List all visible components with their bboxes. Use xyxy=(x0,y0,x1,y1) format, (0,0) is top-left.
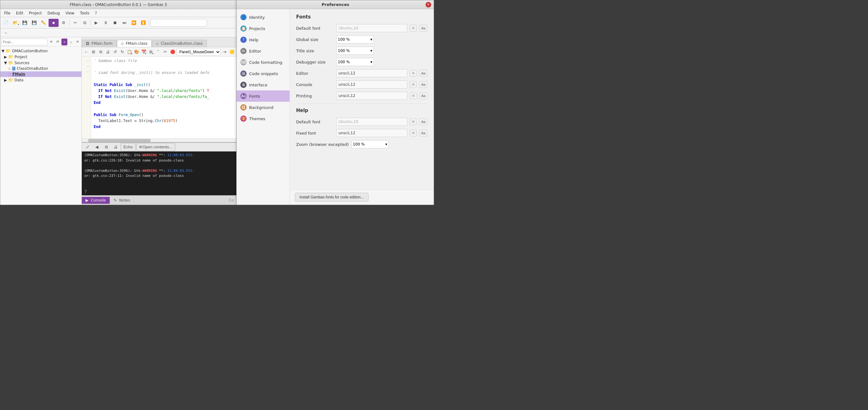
run-btn[interactable]: ■ xyxy=(49,19,59,27)
pause-btn[interactable]: ⏸ xyxy=(101,19,110,27)
tree-item-root[interactable]: ▼ 📁 OMACustomButton xyxy=(0,48,82,54)
console-back-btn[interactable]: ◀ xyxy=(92,143,101,151)
editor-color-btn[interactable]: 🎨 xyxy=(133,48,140,56)
cut-btn[interactable]: ✂ xyxy=(71,19,80,27)
clear-help-default-font-btn[interactable]: ✕ xyxy=(410,118,417,125)
tab-fmain-class[interactable]: ◇ FMain.class xyxy=(117,40,151,47)
prefs-nav-themes[interactable]: 🎨 Themes xyxy=(237,113,289,124)
clear-editor-font-btn[interactable]: ✕ xyxy=(410,70,417,77)
toolbar-separator-3 xyxy=(149,20,149,26)
code-content[interactable]: ' Gambas class file ' Load font during _… xyxy=(91,57,236,138)
editor-cut-btn[interactable]: ✂ xyxy=(162,48,168,56)
clear-default-font-btn[interactable]: ✕ xyxy=(410,25,417,32)
copy-btn[interactable]: ⧉ xyxy=(80,19,89,27)
editor-calendar-btn[interactable]: 📅▾ xyxy=(141,48,147,56)
prefs-nav-fonts[interactable]: Aa Fonts xyxy=(237,91,289,102)
tree-item-classomabutton[interactable]: ★ C ClassOmaButton xyxy=(0,66,82,71)
label-title-size: Title size xyxy=(296,48,334,53)
select-debugger-size[interactable]: 100 % ▾ xyxy=(336,58,374,66)
menu-edit[interactable]: Edit xyxy=(13,10,26,16)
prefs-nav-editor[interactable]: ✏ Editor xyxy=(237,45,289,57)
new-btn[interactable]: 📄 xyxy=(2,19,10,27)
install-fonts-btn[interactable]: Install Gambas fonts for code edition... xyxy=(295,193,369,202)
editor-grid-btn[interactable]: ⊞▾ xyxy=(148,48,154,56)
console-tab-notes[interactable]: ✎ Notes xyxy=(110,197,134,204)
tree-search-input[interactable] xyxy=(1,38,48,45)
menu-file[interactable]: File xyxy=(2,10,13,16)
menu-project[interactable]: Project xyxy=(26,10,44,16)
menu-help[interactable]: ? xyxy=(92,10,99,16)
tree-del-btn[interactable]: ✕ xyxy=(74,38,81,45)
console-tab-console[interactable]: ▶ Console xyxy=(82,197,110,204)
editor-copy-btn[interactable]: ⧉ xyxy=(97,48,104,56)
stop-btn[interactable]: ⏹ xyxy=(111,19,119,27)
clear-fixed-font-btn[interactable]: ✕ xyxy=(410,130,417,136)
tab-classomabutton[interactable]: ◇ ClassOmaButton.class xyxy=(152,40,207,47)
menu-tools[interactable]: Tools xyxy=(78,10,92,16)
tree-add-btn[interactable]: + xyxy=(61,38,67,45)
code-line-12: End xyxy=(94,124,234,130)
select-title-size[interactable]: 100 % ▾ xyxy=(336,47,374,55)
aa-fixed-font-btn[interactable]: Aa xyxy=(419,130,427,136)
open-btn[interactable]: 📂▾ xyxy=(11,19,20,27)
play-btn[interactable]: ▶ xyxy=(92,19,101,27)
echo-btn[interactable]: Echo xyxy=(121,143,136,151)
horizontal-scrollbar[interactable] xyxy=(82,138,236,142)
prefs-close-btn[interactable]: ✕ xyxy=(426,2,431,7)
editor-paste-btn[interactable]: 📋▾ xyxy=(126,48,133,56)
select-zoom[interactable]: 100 % ▾ xyxy=(351,140,389,148)
tree-item-fmain[interactable]: □ FMain xyxy=(0,71,82,77)
editor-new-btn[interactable]: ⊞ xyxy=(90,48,97,56)
console-expand-btn[interactable]: ⤢ xyxy=(83,143,92,151)
prefs-nav-codesnippets[interactable]: ⊞ Code snippets xyxy=(237,68,289,79)
editor-undo-btn[interactable]: ↺ xyxy=(112,48,119,56)
prefs-nav-interface[interactable]: 🖥 Interface xyxy=(237,79,289,91)
console-copy-btn[interactable]: ⧉ xyxy=(102,143,111,151)
step-out-btn[interactable]: ⏫ xyxy=(139,19,148,27)
expand-icon: ▼ xyxy=(2,49,4,53)
editor-align-btn[interactable]: ⇥ xyxy=(221,48,228,56)
aa-console-font-btn[interactable]: Aa xyxy=(419,81,427,88)
open-contents-btn[interactable]: ⊞ Open contents... xyxy=(136,143,175,151)
prefs-nav-codeformat[interactable]: ⌨ Code formatting xyxy=(237,57,289,68)
step-into-btn[interactable]: ⏩ xyxy=(129,19,138,27)
menu-view[interactable]: View xyxy=(63,10,77,16)
tree-home-btn[interactable]: ⌂ xyxy=(68,38,74,45)
search-input[interactable] xyxy=(150,19,207,27)
editor-redo-btn[interactable]: ↻ xyxy=(119,48,126,56)
aa-default-font-btn[interactable]: Aa xyxy=(419,25,427,32)
prefs-nav-identity[interactable]: 👤 Identity xyxy=(237,11,289,23)
tree-item-data[interactable]: ▶ 📁 Data xyxy=(0,77,82,83)
func-select[interactable]: Panel1_MouseDown xyxy=(177,48,221,56)
editor-print-btn[interactable]: 🖨 xyxy=(105,48,111,56)
clear-console-font-btn[interactable]: ✕ xyxy=(410,81,417,88)
console-print-btn[interactable]: 🖨 xyxy=(111,143,120,151)
settings-btn[interactable]: ⚙ xyxy=(59,19,68,27)
tree-refresh-btn[interactable]: ⟳ xyxy=(55,38,61,45)
prefs-nav-background[interactable]: 🖼 Background xyxy=(237,102,289,113)
tree-item-project[interactable]: ▶ 📁 Project xyxy=(0,54,82,60)
editor-yellow-btn[interactable]: 🟡 xyxy=(228,48,235,56)
edit-btn[interactable]: ✏️ xyxy=(39,19,48,27)
select-global-size[interactable]: 100 % ▾ xyxy=(336,35,374,43)
clear-printing-font-btn[interactable]: ✕ xyxy=(410,92,417,99)
scrollbar-thumb[interactable] xyxy=(88,139,151,142)
editor-red-btn[interactable]: 🔴 xyxy=(169,48,176,56)
save-all-btn[interactable]: 💾 xyxy=(30,19,38,27)
back-arrow[interactable]: ← xyxy=(2,29,10,37)
save-btn[interactable]: 💾 xyxy=(20,19,29,27)
step-over-btn[interactable]: ⏭ xyxy=(120,19,129,27)
prefs-nav-help[interactable]: ? Help xyxy=(237,34,289,45)
tree-item-label: Project xyxy=(14,55,27,59)
tab-fmain-form[interactable]: 🖼 FMain.form xyxy=(82,40,117,47)
aa-printing-font-btn[interactable]: Aa xyxy=(419,92,427,99)
chevron-down-icon-4: ▾ xyxy=(385,142,387,146)
prefs-nav-projects[interactable]: 📋 Projects xyxy=(237,23,289,34)
tree-item-sources[interactable]: ▼ 📁 Sources xyxy=(0,60,82,66)
menu-debug[interactable]: Debug xyxy=(45,10,62,16)
aa-editor-font-btn[interactable]: Aa xyxy=(419,70,427,77)
tree-close-btn[interactable]: ✕ xyxy=(48,38,54,45)
aa-help-default-font-btn[interactable]: Aa xyxy=(419,118,427,125)
editor-back-btn[interactable]: ← xyxy=(83,48,90,56)
editor-quote-btn[interactable]: ' xyxy=(155,48,161,56)
